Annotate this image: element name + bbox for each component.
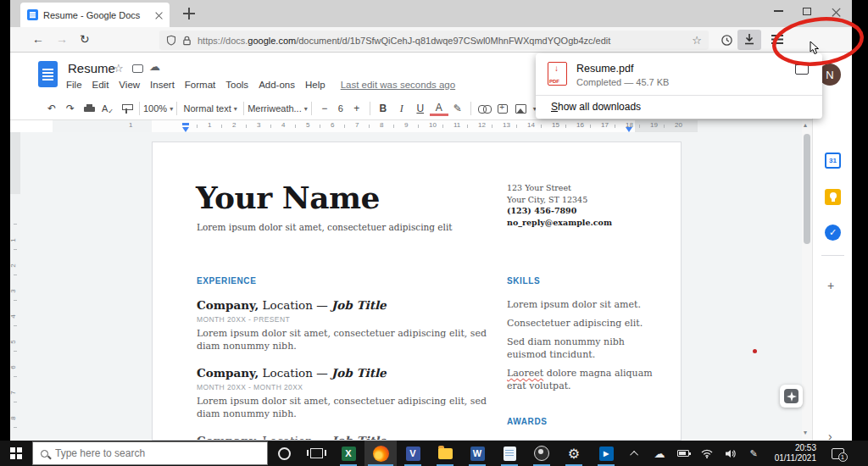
italic-button[interactable]: I: [392, 99, 411, 118]
tray-date: 01/11/2021: [769, 453, 816, 463]
paint-format-button[interactable]: [117, 99, 136, 118]
redo-button[interactable]: ↷: [61, 99, 80, 118]
zoom-select[interactable]: 100%▾: [143, 99, 173, 118]
font-size-increase[interactable]: +: [348, 99, 366, 118]
address-bar[interactable]: https://docs.google.com/document/d/1b7Sf…: [159, 31, 709, 50]
document-title[interactable]: Resume: [68, 61, 115, 75]
pen-icon: ✎: [749, 448, 757, 459]
add-addon-button[interactable]: +: [827, 279, 834, 292]
menu-tools[interactable]: Tools: [225, 80, 248, 90]
bold-button[interactable]: B: [374, 99, 392, 118]
text-color-button[interactable]: A: [430, 101, 448, 116]
horizontal-ruler[interactable]: 1 1234567891011121314151617181920: [53, 120, 814, 132]
ink-tray[interactable]: ✎: [743, 441, 765, 466]
library-icon[interactable]: [721, 34, 733, 47]
wifi-tray[interactable]: [695, 441, 719, 466]
explore-button[interactable]: [780, 385, 803, 408]
back-button[interactable]: ←: [32, 32, 44, 46]
document-canvas: Your Name Lorem ipsum dolor sit amet, co…: [20, 132, 812, 441]
bookmark-star-icon[interactable]: ☆: [692, 34, 702, 47]
tasks-button[interactable]: ✓: [825, 225, 841, 241]
experience-entry-title: Company, Location — Job Title: [197, 298, 387, 312]
taskbar-settings[interactable]: ⚙: [558, 441, 590, 466]
cloud-saved-icon[interactable]: ☁: [149, 60, 160, 73]
menu-view[interactable]: View: [119, 80, 140, 90]
print-button[interactable]: [80, 99, 98, 118]
clock-tray[interactable]: 20:53 01/11/2021: [765, 441, 821, 466]
onedrive-tray[interactable]: ☁: [648, 441, 671, 466]
font-select[interactable]: Merriweath...▾: [248, 99, 308, 118]
taskbar-notepad[interactable]: [493, 441, 526, 466]
vertical-scrollbar[interactable]: ▴ ▾: [802, 120, 812, 441]
taskbar-firefox[interactable]: [364, 441, 397, 466]
minimize-button[interactable]: [764, 0, 793, 22]
vertical-ruler[interactable]: 12345678910: [10, 132, 20, 441]
action-center-button[interactable]: 1: [821, 441, 854, 466]
scroll-up-icon[interactable]: ▴: [804, 121, 807, 129]
tab-close-icon[interactable]: [155, 11, 163, 19]
scroll-down-icon[interactable]: ▾: [804, 429, 807, 436]
document-page[interactable]: Your Name Lorem ipsum dolor sit amet, co…: [152, 141, 682, 441]
docs-logo-icon[interactable]: [38, 61, 58, 87]
reload-button[interactable]: ↻: [80, 32, 90, 46]
new-tab-button[interactable]: [183, 8, 195, 19]
menu-addons[interactable]: Add-ons: [259, 80, 295, 90]
show-all-downloads-link[interactable]: Show all downloads: [551, 101, 641, 113]
first-line-indent-marker[interactable]: [182, 123, 189, 125]
chevron-down-icon: ▾: [304, 105, 308, 113]
star-document-icon[interactable]: ☆: [114, 62, 124, 75]
downloads-button[interactable]: [737, 30, 761, 50]
add-comment-button[interactable]: [493, 99, 512, 118]
insert-image-button[interactable]: [512, 99, 531, 118]
download-filename[interactable]: Resume.pdf: [576, 63, 633, 75]
ruler-number: 6: [331, 121, 334, 129]
menu-insert[interactable]: Insert: [150, 80, 175, 90]
last-edit-link[interactable]: Last edit was seconds ago: [341, 80, 456, 90]
start-button[interactable]: [0, 441, 32, 466]
underline-button[interactable]: U: [411, 99, 430, 118]
taskbar-explorer[interactable]: [429, 441, 461, 466]
shield-icon[interactable]: [166, 35, 176, 46]
tray-expand-button[interactable]: [622, 441, 648, 466]
insert-link-button[interactable]: [475, 99, 493, 118]
forward-button[interactable]: →: [56, 32, 68, 46]
font-size-value[interactable]: 6: [334, 99, 348, 118]
cortana-button[interactable]: [268, 441, 300, 466]
menu-help[interactable]: Help: [305, 80, 326, 90]
ruler-number: 12: [478, 121, 486, 129]
image-icon: [515, 104, 526, 114]
menu-file[interactable]: File: [66, 80, 82, 90]
taskbar-obs[interactable]: [526, 441, 558, 466]
notification-badge: 1: [838, 452, 848, 462]
keep-button[interactable]: [825, 189, 841, 205]
menu-button[interactable]: [771, 35, 783, 36]
style-select[interactable]: Normal text▾: [181, 99, 240, 118]
battery-tray[interactable]: [671, 441, 695, 466]
menu-format[interactable]: Format: [185, 80, 215, 90]
taskbar-search[interactable]: [32, 441, 268, 465]
lock-icon[interactable]: [182, 36, 192, 46]
volume-tray[interactable]: [719, 441, 743, 466]
taskbar-visio[interactable]: V: [397, 441, 429, 466]
experience-entry-title: Company, Location — Job Title: [197, 366, 387, 380]
tab-resume[interactable]: Resume - Google Docs: [20, 3, 170, 27]
ruler-tick: [442, 125, 443, 128]
close-button[interactable]: [821, 0, 850, 22]
url-text[interactable]: https://docs.google.com/document/d/1b7Sf…: [198, 36, 686, 46]
spellcheck-button[interactable]: A✓: [98, 99, 117, 118]
move-folder-icon[interactable]: [132, 64, 143, 73]
search-input[interactable]: [55, 447, 242, 459]
highlight-button[interactable]: ✎: [448, 99, 467, 118]
taskbar-movies[interactable]: ▶: [590, 441, 622, 466]
menu-edit[interactable]: Edit: [92, 80, 109, 90]
calendar-button[interactable]: 31: [825, 153, 841, 169]
maximize-button[interactable]: [793, 0, 821, 22]
scrollbar-thumb[interactable]: [804, 134, 810, 244]
ruler-tick: [197, 125, 198, 128]
taskbar-excel[interactable]: X: [332, 441, 364, 466]
open-folder-button[interactable]: [795, 64, 809, 75]
font-size-decrease[interactable]: −: [315, 99, 334, 118]
task-view-button[interactable]: [300, 441, 332, 466]
taskbar-word[interactable]: W: [461, 441, 493, 466]
undo-button[interactable]: ↶: [42, 99, 61, 118]
